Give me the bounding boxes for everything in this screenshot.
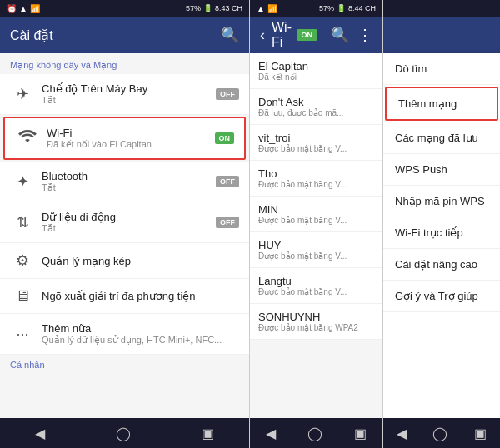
network-list: El Capitan Đã kết nối Don't Ask Đã lưu, … bbox=[250, 53, 382, 418]
wifi-text: Wi-Fi Đã kết nối vào El Capitan bbox=[47, 127, 215, 150]
mobile-data-text: Dữ liệu di động Tắt bbox=[42, 211, 216, 234]
mobile-data-toggle[interactable]: OFF bbox=[216, 217, 239, 228]
search-icon-wifi[interactable]: 🔍 bbox=[331, 26, 349, 44]
header-right-panel bbox=[383, 17, 500, 53]
wifi-icon bbox=[15, 130, 40, 147]
status-icons-left: ⏰ ▲ 📶 bbox=[7, 4, 40, 13]
network-section-label: Mạng không dây và Mạng bbox=[0, 53, 249, 74]
airplane-toggle[interactable]: OFF bbox=[216, 88, 239, 100]
signal-icon2: 📶 bbox=[268, 4, 278, 13]
menu-do-tim[interactable]: Dò tìm bbox=[383, 53, 500, 85]
time-middle: 8:44 CH bbox=[348, 4, 376, 12]
airplane-mode-item[interactable]: ✈ Chế độ Trên Máy Bay Tắt OFF bbox=[0, 74, 249, 115]
wifi-panel-title: Wi-Fi bbox=[272, 20, 297, 50]
menu-them-mang[interactable]: Thêm mạng bbox=[385, 87, 498, 121]
bluetooth-text: Bluetooth Tắt bbox=[42, 170, 216, 193]
signal-icon: 📶 bbox=[30, 4, 40, 13]
more-title: Thêm nữa bbox=[42, 322, 239, 335]
wifi-status-icon: ▲ bbox=[19, 4, 28, 13]
wifi-header-left: ‹ Wi-Fi bbox=[260, 20, 297, 50]
bluetooth-toggle[interactable]: OFF bbox=[216, 176, 239, 187]
dual-network-text: Quản lý mạng kép bbox=[42, 255, 239, 267]
bluetooth-item[interactable]: ✦ Bluetooth Tắt OFF bbox=[0, 162, 249, 202]
network-vit-troi[interactable]: vit_troi Được bảo mật bằng V... bbox=[250, 125, 382, 161]
nav-bar-left: ◀ ◯ ▣ bbox=[0, 418, 249, 448]
recent-button-right[interactable]: ▣ bbox=[474, 426, 487, 441]
search-icon[interactable]: 🔍 bbox=[221, 26, 239, 44]
context-menu: Dò tìm Thêm mạng Các mạng đã lưu WPS Pus… bbox=[383, 53, 500, 418]
menu-cai-dat-nang-cao[interactable]: Cài đặt nâng cao bbox=[383, 249, 500, 281]
menu-wifi-truc-tiep[interactable]: Wi-Fi trực tiếp bbox=[383, 217, 500, 249]
status-right: 57% 🔋 8:43 CH bbox=[186, 4, 242, 12]
network-tho[interactable]: Tho Được bảo mật bằng V... bbox=[250, 161, 382, 197]
nav-bar-right: ◀ ◯ ▣ bbox=[383, 418, 500, 448]
bluetooth-title: Bluetooth bbox=[42, 170, 216, 182]
battery-percent-middle: 57% bbox=[319, 4, 334, 12]
dual-network-icon: ⚙ bbox=[10, 251, 35, 270]
status-bar-right-panel bbox=[383, 0, 500, 17]
home-button-middle[interactable]: ◯ bbox=[308, 426, 322, 441]
network-dont-ask[interactable]: Don't Ask Đã lưu, được bảo mã... bbox=[250, 89, 382, 125]
network-sonhuynh[interactable]: SONHUYNH Được bảo mật bằng WPA2 bbox=[250, 304, 382, 340]
menu-wps-push[interactable]: WPS Push bbox=[383, 154, 500, 186]
wifi-status-icon2: ▲ bbox=[257, 4, 265, 13]
recent-button-middle[interactable]: ▣ bbox=[354, 426, 367, 441]
home-button-right[interactable]: ◯ bbox=[432, 426, 448, 441]
battery-icon-middle: 🔋 bbox=[337, 4, 346, 12]
wifi-title: Wi-Fi bbox=[47, 127, 215, 139]
mobile-data-icon: ⇅ bbox=[10, 213, 35, 231]
network-el-capitan[interactable]: El Capitan Đã kết nối bbox=[250, 53, 382, 89]
network-langtu[interactable]: Langtu Được bảo mật bằng V... bbox=[250, 268, 382, 304]
media-icon: 🖥 bbox=[10, 287, 35, 305]
more-subtitle: Quản lý dữ liệu sử dụng, HTC Mini+, NFC.… bbox=[42, 335, 239, 346]
mobile-data-item[interactable]: ⇅ Dữ liệu di động Tắt OFF bbox=[0, 202, 249, 243]
airplane-text: Chế độ Trên Máy Bay Tắt bbox=[42, 82, 216, 106]
back-button-right[interactable]: ◀ bbox=[397, 426, 407, 441]
status-icons-middle: ▲ 📶 bbox=[257, 4, 278, 13]
status-right-middle: 57% 🔋 8:44 CH bbox=[319, 4, 376, 12]
back-icon-wifi[interactable]: ‹ bbox=[260, 27, 265, 44]
recent-button[interactable]: ▣ bbox=[202, 426, 214, 441]
nav-bar-middle: ◀ ◯ ▣ bbox=[250, 418, 382, 448]
settings-header: Cài đặt 🔍 bbox=[0, 17, 249, 53]
personal-section-label: Cá nhân bbox=[0, 355, 249, 375]
media-item[interactable]: 🖥 Ngõ xuất giải trí đa phương tiện bbox=[0, 279, 249, 314]
status-bar-middle: ▲ 📶 57% 🔋 8:44 CH bbox=[250, 0, 382, 17]
bluetooth-subtitle: Tắt bbox=[42, 182, 216, 193]
media-text: Ngõ xuất giải trí đa phương tiện bbox=[42, 290, 239, 302]
wifi-header: ‹ Wi-Fi ON 🔍 ⋮ bbox=[250, 17, 382, 53]
mobile-data-title: Dữ liệu di động bbox=[42, 211, 216, 223]
dual-network-item[interactable]: ⚙ Quản lý mạng kép bbox=[0, 243, 249, 279]
alarm-icon: ⏰ bbox=[7, 4, 17, 13]
wifi-item[interactable]: Wi-Fi Đã kết nối vào El Capitan ON bbox=[3, 117, 246, 160]
network-min[interactable]: MIN Được bảo mật bằng V... bbox=[250, 197, 382, 232]
battery-icon: 🔋 bbox=[203, 4, 212, 12]
menu-cac-mang-da-luu[interactable]: Các mạng đã lưu bbox=[383, 122, 500, 154]
settings-panel: ⏰ ▲ 📶 57% 🔋 8:43 CH Cài đặt 🔍 Mạng không… bbox=[0, 0, 250, 448]
back-button[interactable]: ◀ bbox=[35, 426, 45, 441]
more-item[interactable]: ··· Thêm nữa Quản lý dữ liệu sử dụng, HT… bbox=[0, 314, 249, 355]
back-button-middle[interactable]: ◀ bbox=[266, 426, 276, 441]
more-text: Thêm nữa Quản lý dữ liệu sử dụng, HTC Mi… bbox=[42, 322, 239, 346]
airplane-title: Chế độ Trên Máy Bay bbox=[42, 82, 216, 95]
dropdown-menu-panel: Dò tìm Thêm mạng Các mạng đã lưu WPS Pus… bbox=[383, 0, 500, 448]
network-huy[interactable]: HUY Được bảo mật bằng V... bbox=[250, 232, 382, 268]
home-button[interactable]: ◯ bbox=[116, 426, 131, 441]
more-icon-wifi[interactable]: ⋮ bbox=[358, 26, 372, 44]
media-title: Ngõ xuất giải trí đa phương tiện bbox=[42, 290, 239, 302]
mobile-data-subtitle: Tắt bbox=[42, 223, 216, 234]
wifi-panel: ▲ 📶 57% 🔋 8:44 CH ‹ Wi-Fi ON 🔍 ⋮ El Capi… bbox=[250, 0, 383, 448]
more-icon: ··· bbox=[10, 326, 35, 343]
time-left: 8:43 CH bbox=[215, 4, 242, 12]
menu-nhap-ma-pin[interactable]: Nhập mã pin WPS bbox=[383, 186, 500, 217]
airplane-subtitle: Tắt bbox=[42, 95, 216, 106]
airplane-icon: ✈ bbox=[10, 85, 35, 103]
battery-percent: 57% bbox=[186, 4, 201, 12]
settings-title: Cài đặt bbox=[10, 27, 53, 43]
status-bar-left: ⏰ ▲ 📶 57% 🔋 8:43 CH bbox=[0, 0, 249, 17]
menu-goi-y-tro-giup[interactable]: Gợi ý và Trợ giúp bbox=[383, 281, 500, 312]
wifi-subtitle: Đã kết nối vào El Capitan bbox=[47, 139, 215, 150]
wifi-header-icons: ON 🔍 ⋮ bbox=[297, 26, 373, 44]
wifi-toggle[interactable]: ON bbox=[215, 132, 235, 144]
bluetooth-icon: ✦ bbox=[10, 172, 35, 191]
